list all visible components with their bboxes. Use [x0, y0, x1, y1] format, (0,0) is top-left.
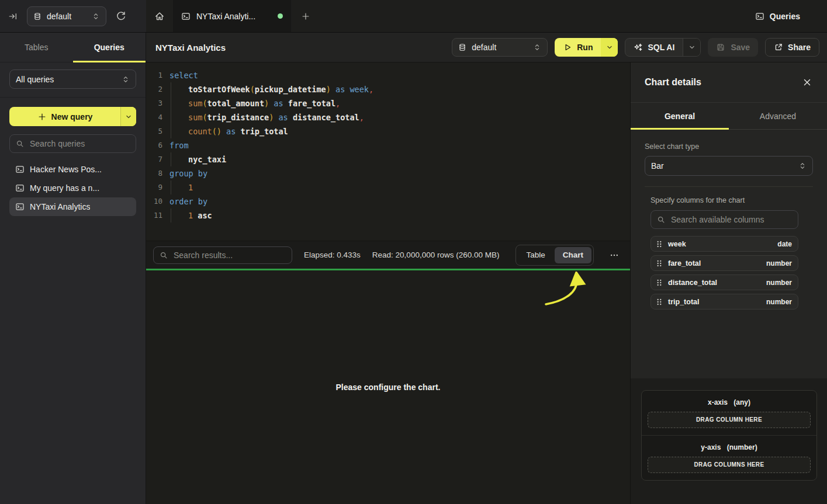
new-tab-button[interactable]: [291, 0, 320, 32]
new-query-dropdown-toggle[interactable]: [120, 107, 136, 126]
drag-handle-icon: [655, 240, 663, 248]
code-line: 10order by: [146, 194, 630, 208]
sql-token: pickup_datetime: [255, 85, 326, 94]
line-number: 7: [146, 152, 162, 166]
editor-tab-nytaxi[interactable]: NYTaxi Analyti...: [173, 0, 291, 32]
sidebar-tab-queries[interactable]: Queries: [73, 33, 146, 62]
results-more-button[interactable]: [605, 247, 623, 263]
results-search-input[interactable]: [172, 250, 286, 260]
home-button[interactable]: [146, 0, 173, 32]
query-list-item[interactable]: My query has a n...: [9, 179, 136, 197]
sql-ai-dropdown-toggle[interactable]: [683, 39, 700, 56]
sql-token: fare_total: [288, 99, 335, 108]
header-database-selector[interactable]: default: [452, 38, 548, 57]
y-axis-label: y-axis: [701, 443, 721, 451]
sql-token: total_amount: [207, 99, 265, 108]
sql-token: toStartOfWeek: [188, 85, 250, 94]
sql-token: distance_total: [293, 113, 359, 122]
column-chip-fare_total[interactable]: fare_totalnumber: [650, 255, 798, 271]
new-query-label: New query: [51, 112, 93, 121]
save-button[interactable]: Save: [708, 38, 758, 57]
sql-token: (): [212, 127, 222, 136]
code-content: order by: [162, 194, 207, 208]
document-header: NYTaxi Analytics default Run: [146, 33, 827, 62]
plus-icon: [37, 112, 47, 121]
query-search-input[interactable]: [29, 138, 130, 149]
run-button-label: Run: [577, 43, 593, 52]
elapsed-stat: Elapsed: 0.433s: [304, 251, 361, 259]
run-options-toggle[interactable]: [601, 38, 618, 57]
axis-config-zone: x-axis (any) DRAG COLUMN HERE y-axis (nu…: [631, 378, 827, 504]
panel-close-button[interactable]: [802, 78, 812, 87]
y-axis-dropzone[interactable]: DRAG COLUMNS HERE: [648, 457, 811, 473]
code-line: 111 asc: [146, 208, 630, 223]
query-filter-row: All queries: [0, 62, 146, 98]
sql-ai-button[interactable]: SQL AI: [625, 38, 701, 57]
view-tab-table[interactable]: Table: [518, 247, 553, 263]
column-chip-distance_total[interactable]: distance_totalnumber: [650, 274, 798, 290]
terminal-icon: [15, 183, 25, 193]
share-button-label: Share: [788, 43, 811, 52]
code-line: 1select: [146, 68, 630, 82]
sidebar-tab-tables[interactable]: Tables: [0, 33, 73, 62]
sql-editor[interactable]: 1select2toStartOfWeek(pickup_datetime) a…: [146, 62, 630, 241]
workspace: TablesQueries All queries New query: [0, 33, 827, 504]
x-axis-dropzone[interactable]: DRAG COLUMN HERE: [648, 412, 811, 428]
query-item-label: Hacker News Pos...: [30, 165, 102, 174]
columns-section: Specify columns for the chart weekdatefa…: [645, 196, 813, 310]
panel-tab-general[interactable]: General: [631, 103, 729, 129]
drag-handle-icon: [655, 259, 663, 267]
topbar-spacer: [320, 0, 752, 32]
new-query-button[interactable]: New query: [9, 107, 136, 126]
search-icon: [16, 140, 24, 148]
chart-canvas-area: Please configure the chart.: [146, 270, 630, 504]
queries-menu-button[interactable]: Queries: [752, 0, 804, 32]
panel-divider: [645, 186, 813, 187]
panel-tab-advanced[interactable]: Advanced: [729, 103, 827, 129]
chart-details-panel: Chart details GeneralAdvanced Select cha…: [630, 62, 827, 504]
query-filter-select[interactable]: All queries: [9, 69, 136, 89]
top-bar: default NYTaxi Analyti... Queries: [0, 0, 827, 33]
sql-ai-label: SQL AI: [648, 43, 674, 52]
database-icon: [33, 12, 41, 20]
share-button[interactable]: Share: [765, 38, 819, 57]
queries-menu-label: Queries: [770, 12, 800, 21]
line-number: 9: [146, 180, 162, 194]
column-type-badge: number: [766, 259, 792, 267]
chevron-updown-icon: [798, 162, 807, 170]
sql-token: order by: [169, 197, 207, 206]
column-name: fare_total: [668, 259, 701, 267]
code-content: select: [162, 68, 198, 82]
query-list-item[interactable]: NYTaxi Analytics: [9, 197, 136, 216]
query-item-label: My query has a n...: [30, 183, 99, 193]
chart-type-select[interactable]: Bar: [645, 156, 813, 176]
code-line: 5count() as trip_total: [146, 124, 630, 138]
column-chip-trip_total[interactable]: trip_totalnumber: [650, 294, 798, 310]
code-line: 6from: [146, 138, 630, 152]
search-icon: [160, 251, 168, 259]
sql-token: count: [188, 127, 212, 136]
annotation-arrow: [537, 272, 589, 312]
sql-token: ,: [335, 99, 340, 108]
query-list-item[interactable]: Hacker News Pos...: [9, 160, 136, 179]
collapse-sidebar-button[interactable]: [8, 12, 18, 21]
indent-guide: [171, 208, 171, 223]
columns-search-input[interactable]: [670, 214, 792, 225]
sql-token: sum: [188, 113, 202, 122]
refresh-button[interactable]: [116, 11, 126, 22]
line-number: 2: [146, 82, 162, 96]
results-search-box: [153, 246, 292, 264]
topbar-database-value: default: [47, 12, 86, 21]
refresh-icon: [116, 11, 126, 22]
rows-read-stat: Read: 20,000,000 rows (260.00 MB): [372, 251, 500, 259]
drag-handle-icon: [655, 298, 663, 306]
run-button[interactable]: Run: [555, 38, 618, 57]
view-tab-chart[interactable]: Chart: [555, 247, 591, 263]
sidebar-tab-label: Queries: [94, 43, 124, 52]
sql-token: [288, 113, 293, 122]
topbar-database-selector[interactable]: default: [27, 6, 106, 26]
columns-section-label: Specify columns for the chart: [650, 196, 798, 204]
column-chip-week[interactable]: weekdate: [650, 236, 798, 252]
code-line: 7nyc_taxi: [146, 152, 630, 166]
plus-icon: [301, 12, 310, 21]
